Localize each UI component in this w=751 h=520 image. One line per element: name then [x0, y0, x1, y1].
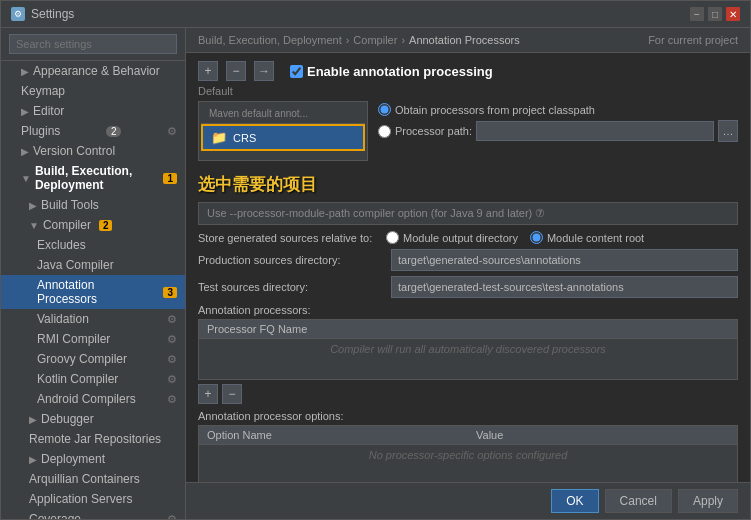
settings-small-icon: ⚙	[167, 513, 177, 520]
minimize-button[interactable]: −	[690, 7, 704, 21]
sidebar-item-compiler[interactable]: ▼ Compiler 2	[1, 215, 185, 235]
sidebar-label: Excludes	[37, 238, 86, 252]
processor-config-row: Default Maven default annot... 📁 CRS	[198, 85, 738, 167]
module-content-radio-label[interactable]: Module content root	[530, 231, 644, 244]
arrow-icon: ▶	[29, 454, 37, 465]
maven-default-label: Maven default annot...	[209, 108, 308, 119]
processor-path-radio[interactable]	[378, 125, 391, 138]
remove-button[interactable]: −	[226, 61, 246, 81]
sidebar-item-editor[interactable]: ▶ Editor	[1, 101, 185, 121]
enable-annotation-checkbox[interactable]	[290, 65, 303, 78]
test-sources-row: Test sources directory:	[198, 276, 738, 298]
sidebar-item-build-exec[interactable]: ▼ Build, Execution, Deployment 1	[1, 161, 185, 195]
add-button[interactable]: +	[198, 61, 218, 81]
enable-annotation-row: Enable annotation processing	[290, 64, 493, 79]
no-options-note: No processor-specific options configured	[369, 449, 568, 461]
processor-path-row: Processor path: …	[378, 120, 738, 142]
test-sources-input[interactable]	[391, 276, 738, 298]
breadcrumb-part2: Compiler	[353, 34, 397, 46]
crs-processor-item[interactable]: 📁 CRS	[201, 124, 365, 151]
search-input[interactable]	[9, 34, 177, 54]
maven-default-item[interactable]: Maven default annot...	[201, 104, 365, 124]
arrow-icon: ▶	[29, 200, 37, 211]
sidebar-item-excludes[interactable]: Excludes	[1, 235, 185, 255]
sidebar: ▶ Appearance & Behavior Keymap ▶ Editor …	[1, 28, 186, 519]
java9-note: Use --processor-module-path compiler opt…	[198, 202, 738, 225]
sidebar-label: Arquillian Containers	[29, 472, 140, 486]
sidebar-item-android-compilers[interactable]: Android Compilers ⚙	[1, 389, 185, 409]
sidebar-label: Remote Jar Repositories	[29, 432, 161, 446]
processor-path-browse[interactable]: …	[718, 120, 738, 142]
maximize-button[interactable]: □	[708, 7, 722, 21]
dialog-footer: OK Cancel Apply	[186, 482, 750, 519]
cancel-button[interactable]: Cancel	[605, 489, 672, 513]
arrow-icon: ▶	[21, 106, 29, 117]
apply-button[interactable]: Apply	[678, 489, 738, 513]
sidebar-item-coverage[interactable]: Coverage ⚙	[1, 509, 185, 519]
annotation-options-table: Option Name Value No processor-specific …	[198, 425, 738, 482]
production-sources-row: Production sources directory:	[198, 249, 738, 271]
sidebar-item-app-servers[interactable]: Application Servers	[1, 489, 185, 509]
sidebar-label: Debugger	[41, 412, 94, 426]
sidebar-item-appearance[interactable]: ▶ Appearance & Behavior	[1, 61, 185, 81]
annotation-processors-label: Annotation processors:	[198, 304, 738, 316]
radio-group: Obtain processors from project classpath…	[378, 103, 738, 142]
main-content: ▶ Appearance & Behavior Keymap ▶ Editor …	[1, 28, 750, 519]
panel-content: + − → Enable annotation processing Defau…	[186, 53, 750, 482]
module-content-radio[interactable]	[530, 231, 543, 244]
sidebar-label: Compiler	[43, 218, 91, 232]
breadcrumb-part1: Build, Execution, Deployment	[198, 34, 342, 46]
plugins-badge: 2	[106, 126, 122, 137]
sidebar-item-annotation-processors[interactable]: Annotation Processors 3	[1, 275, 185, 309]
module-output-radio[interactable]	[386, 231, 399, 244]
annotation-toolbar: + −	[198, 384, 738, 404]
add-processor-button[interactable]: +	[198, 384, 218, 404]
production-sources-input[interactable]	[391, 249, 738, 271]
window-controls: − □ ✕	[690, 7, 740, 21]
sidebar-item-validation[interactable]: Validation ⚙	[1, 309, 185, 329]
module-output-radio-label[interactable]: Module output directory	[386, 231, 518, 244]
remove-processor-button[interactable]: −	[222, 384, 242, 404]
settings-small-icon: ⚙	[167, 125, 177, 138]
right-panel: Build, Execution, Deployment › Compiler …	[186, 28, 750, 519]
processor-list-section: Default Maven default annot... 📁 CRS	[198, 85, 368, 167]
sidebar-item-kotlin-compiler[interactable]: Kotlin Compiler ⚙	[1, 369, 185, 389]
settings-small-icon: ⚙	[167, 333, 177, 346]
module-content-label: Module content root	[547, 232, 644, 244]
sidebar-item-java-compiler[interactable]: Java Compiler	[1, 255, 185, 275]
obtain-processors-radio[interactable]: Obtain processors from project classpath	[378, 103, 738, 116]
arrow-icon: ▼	[29, 220, 39, 231]
obtain-processors-label: Obtain processors from project classpath	[395, 104, 595, 116]
sidebar-item-remote-jar[interactable]: Remote Jar Repositories	[1, 429, 185, 449]
breadcrumb-part3: Annotation Processors	[409, 34, 520, 46]
settings-small-icon: ⚙	[167, 313, 177, 326]
module-output-label: Module output directory	[403, 232, 518, 244]
window-title: Settings	[31, 7, 74, 21]
sidebar-item-debugger[interactable]: ▶ Debugger	[1, 409, 185, 429]
sidebar-label: Version Control	[33, 144, 115, 158]
sidebar-label: Build, Execution, Deployment	[35, 164, 156, 192]
for-current-project: For current project	[648, 34, 738, 46]
arrow-button[interactable]: →	[254, 61, 274, 81]
obtain-radio-input[interactable]	[378, 103, 391, 116]
processor-path-input[interactable]	[476, 121, 714, 141]
sidebar-label: RMI Compiler	[37, 332, 110, 346]
settings-small-icon: ⚙	[167, 393, 177, 406]
sidebar-item-deployment[interactable]: ▶ Deployment	[1, 449, 185, 469]
close-button[interactable]: ✕	[726, 7, 740, 21]
sidebar-item-arquillian[interactable]: Arquillian Containers	[1, 469, 185, 489]
breadcrumb: Build, Execution, Deployment › Compiler …	[186, 28, 750, 53]
sidebar-label: Deployment	[41, 452, 105, 466]
sidebar-item-build-tools[interactable]: ▶ Build Tools	[1, 195, 185, 215]
processor-fq-name-header: Processor FQ Name	[199, 320, 737, 338]
sidebar-item-plugins[interactable]: Plugins 2 ⚙	[1, 121, 185, 141]
number-badge-1: 1	[163, 173, 177, 184]
ok-button[interactable]: OK	[551, 489, 598, 513]
sidebar-item-groovy-compiler[interactable]: Groovy Compiler ⚙	[1, 349, 185, 369]
settings-small-icon: ⚙	[167, 373, 177, 386]
sidebar-item-rmi-compiler[interactable]: RMI Compiler ⚙	[1, 329, 185, 349]
sidebar-item-keymap[interactable]: Keymap	[1, 81, 185, 101]
annotation-options-section: Annotation processor options: Option Nam…	[198, 410, 738, 482]
processor-list: Maven default annot... 📁 CRS	[198, 101, 368, 161]
sidebar-item-version-control[interactable]: ▶ Version Control	[1, 141, 185, 161]
